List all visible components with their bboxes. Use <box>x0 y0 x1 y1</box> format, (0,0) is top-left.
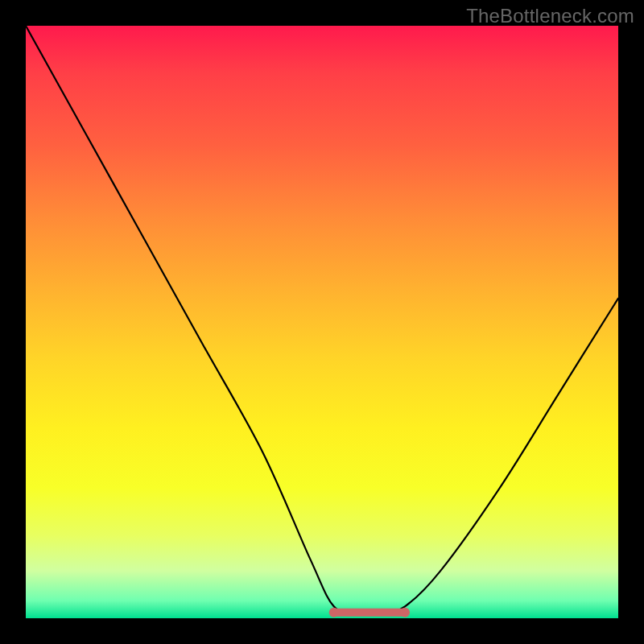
curve-svg <box>26 26 618 618</box>
flat-zone-highlight <box>329 608 410 617</box>
watermark-text: TheBottleneck.com <box>466 5 634 27</box>
plot-area <box>26 26 618 618</box>
chart-container: TheBottleneck.com <box>0 0 644 644</box>
svg-point-1 <box>400 608 410 617</box>
bottleneck-curve <box>26 26 618 613</box>
svg-point-0 <box>329 608 339 617</box>
